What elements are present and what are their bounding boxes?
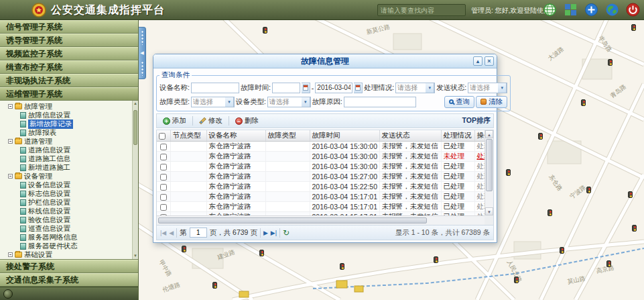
chevron-down-icon[interactable]: ▾	[498, 83, 507, 93]
clear-button[interactable]: 清除	[476, 96, 507, 108]
first-page-button[interactable]: |◀	[160, 230, 166, 236]
tree-item[interactable]: 巡查信息设置	[0, 224, 132, 233]
tree-scrollbar[interactable]: ▲ ▼	[132, 101, 138, 259]
fault-time-from-input[interactable]	[272, 83, 300, 93]
earth-icon[interactable]	[605, 3, 619, 17]
device-type-select[interactable]: 请选择 ▾	[267, 97, 311, 107]
expander-icon[interactable]	[8, 139, 13, 144]
traffic-signal-icon[interactable]	[548, 209, 553, 217]
next-page-button[interactable]: ▶	[263, 230, 268, 236]
row-checkbox[interactable]	[160, 174, 167, 181]
traffic-signal-icon[interactable]	[263, 27, 268, 34]
power-icon[interactable]	[626, 3, 640, 17]
expander-icon[interactable]	[8, 252, 13, 257]
row-op-link[interactable]: 处理	[477, 172, 485, 180]
fault-type-select[interactable]: 请选择 ▾	[191, 97, 235, 107]
traffic-signal-icon[interactable]	[514, 277, 519, 284]
tree-item[interactable]: 故障报表	[0, 128, 132, 137]
tree-item[interactable]: 基础设置	[0, 250, 132, 259]
column-header[interactable]: 故障时间	[310, 130, 379, 141]
fault-reason-input[interactable]	[344, 97, 416, 107]
traffic-signal-icon[interactable]	[606, 260, 612, 268]
header-search-input[interactable]	[377, 4, 466, 16]
table-row[interactable]: 东仓路宁波路2016-03-04 15:30:00未报警，未发短信已处理处理	[157, 141, 485, 151]
handle-status-select[interactable]: 请选择 ▾	[395, 83, 435, 93]
column-header[interactable]: 故障类型	[265, 130, 310, 141]
traffic-signal-icon[interactable]	[608, 59, 613, 66]
column-header[interactable]: 操作	[474, 130, 485, 141]
vscroll-thumb[interactable]	[486, 139, 493, 191]
expander-icon[interactable]	[8, 174, 13, 179]
tree-item[interactable]: 道路施工信息	[0, 154, 132, 163]
traffic-signal-icon[interactable]	[628, 191, 633, 199]
row-op-link[interactable]: 处理	[477, 152, 485, 160]
chevron-down-icon[interactable]: ▾	[426, 83, 434, 93]
table-row[interactable]: 东仓路宁波路2016-03-04 15:30:00未报警，未发短信已处理处理	[157, 161, 485, 171]
row-checkbox[interactable]	[160, 144, 167, 150]
row-op-link[interactable]: 处理	[477, 162, 485, 170]
tree-item[interactable]: 标线信息设置	[0, 207, 132, 215]
traffic-signal-icon[interactable]	[212, 282, 218, 289]
page-number-input[interactable]	[190, 228, 207, 238]
grid-vertical-scrollbar[interactable]: ▲ ▼	[485, 130, 493, 215]
column-header[interactable]: 设备名称	[206, 130, 265, 141]
table-row[interactable]: 东仓路宁波路2016-03-04 15:17:01未报警，未发短信已处理处理	[157, 191, 485, 201]
delete-button[interactable]: − 删除	[232, 115, 262, 127]
hscroll-thumb[interactable]	[158, 217, 427, 223]
edit-button[interactable]: 修改	[196, 115, 226, 127]
traffic-signal-icon[interactable]	[560, 247, 565, 254]
column-header[interactable]: 节点类型	[170, 130, 206, 141]
scroll-up-icon[interactable]: ▲	[485, 130, 493, 138]
table-row[interactable]: 东仓路宁波路2016-03-04 15:27:00未报警，未发短信已处理处理	[157, 171, 485, 181]
traffic-signal-icon[interactable]	[631, 24, 637, 32]
chevron-down-icon[interactable]: ▾	[225, 97, 234, 107]
table-row[interactable]: 东仓路宁波路2016-03-04 15:17:01未报警，未发短信已处理处理	[157, 201, 485, 211]
last-page-button[interactable]: ▶|	[271, 230, 277, 236]
tree-item[interactable]: 服务器网络信息	[0, 233, 132, 242]
sidebar-item[interactable]: 非现场执法子系统	[0, 74, 138, 87]
row-checkbox[interactable]	[160, 204, 167, 211]
traffic-signal-icon[interactable]	[259, 250, 265, 257]
tree-item[interactable]: 服务器硬件状态	[0, 242, 132, 250]
row-op-link[interactable]: 处理	[477, 182, 485, 190]
row-checkbox[interactable]	[160, 194, 167, 201]
grid-horizontal-scrollbar[interactable]	[157, 215, 485, 225]
tree-item[interactable]: 验收信息设置	[0, 215, 132, 224]
collapse-dialog-button[interactable]: ▴	[473, 56, 482, 66]
calendar-icon[interactable]	[354, 83, 363, 93]
column-header[interactable]: 发送状态	[379, 130, 441, 141]
traffic-signal-icon[interactable]	[506, 169, 511, 177]
row-checkbox[interactable]	[160, 164, 167, 170]
sidebar-item[interactable]: 缉查布控子系统	[0, 60, 138, 74]
traffic-signal-icon[interactable]	[340, 263, 345, 270]
traffic-signal-icon[interactable]	[586, 187, 592, 194]
search-button[interactable]: 查询	[444, 96, 474, 108]
top-sort-link[interactable]: TOP排序	[462, 116, 491, 126]
close-dialog-button[interactable]: ×	[485, 56, 494, 66]
sidebar-item[interactable]: 交通信息采集子系统	[0, 273, 138, 287]
row-op-link[interactable]: 处理	[477, 192, 485, 200]
tree-item[interactable]: 护栏信息设置	[0, 198, 132, 207]
tree-item[interactable]: 故障信息设置	[0, 111, 132, 119]
traffic-signal-icon[interactable]	[538, 133, 543, 140]
tree-item[interactable]: 设备管理	[0, 172, 132, 181]
traffic-signal-icon[interactable]	[632, 225, 637, 232]
scroll-up-icon[interactable]: ▲	[133, 101, 138, 107]
tree-item[interactable]: 道路信息设置	[0, 146, 132, 154]
tree-scroll-thumb[interactable]	[133, 110, 137, 145]
row-checkbox[interactable]	[160, 184, 167, 191]
column-header[interactable]: 处理情况	[441, 130, 474, 141]
tree-item[interactable]: 故障管理	[0, 102, 132, 111]
add-button[interactable]: + 添加	[159, 115, 190, 127]
tree-item[interactable]: 标志信息设置	[0, 189, 132, 198]
calendar-icon[interactable]	[302, 83, 310, 93]
expander-icon[interactable]	[8, 104, 13, 109]
sidebar-item[interactable]: 信号管理子系统	[0, 20, 138, 34]
add-circle-icon[interactable]	[584, 3, 598, 17]
select-all-checkbox[interactable]	[159, 133, 166, 140]
table-row[interactable]: 东仓路宁波路2016-03-04 15:22:50未报警，未发短信已处理处理	[157, 181, 485, 191]
chevron-down-icon[interactable]: ▾	[302, 97, 310, 107]
tree-item[interactable]: 新增道路施工	[0, 163, 132, 172]
sidebar-item[interactable]: 诱导管理子系统	[0, 34, 138, 47]
table-row[interactable]: 东仓路宁波路2016-03-04 15:30:00未报警，未发短信未处理处理	[157, 151, 485, 161]
